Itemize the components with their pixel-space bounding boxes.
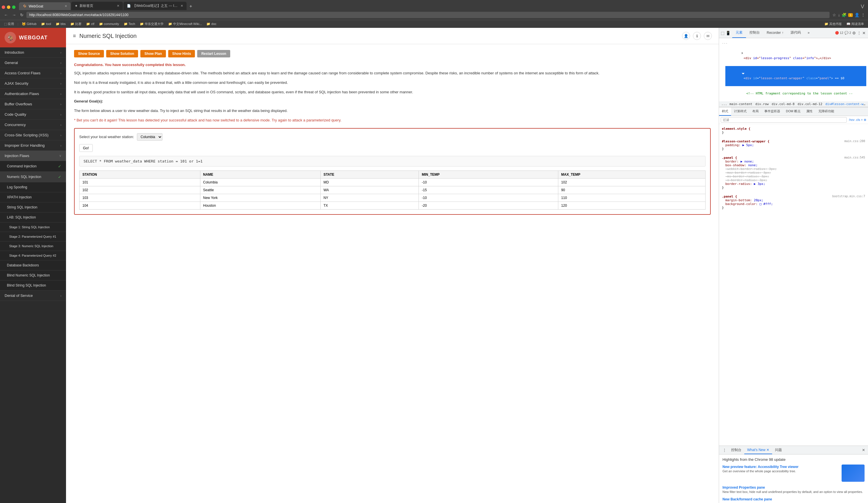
sidebar-item-codequality[interactable]: Code Quality › bbox=[0, 110, 66, 120]
bottom-close-icon[interactable]: ✕ bbox=[861, 447, 866, 453]
sidebar-item-log-spoofing[interactable]: Log Spoofing bbox=[0, 182, 66, 192]
bookmark-icon[interactable]: ☆ bbox=[833, 13, 836, 17]
devtools-tab-more[interactable]: » bbox=[804, 28, 813, 38]
extensions-icon[interactable]: 🧩 bbox=[841, 13, 847, 17]
sidebar-item-numeric-sql[interactable]: Numeric SQL Injection ✓ bbox=[0, 172, 66, 182]
tab-close-newtab[interactable]: ✕ bbox=[117, 4, 120, 8]
bottom-tab-issues[interactable]: 问题 bbox=[772, 446, 785, 454]
whatsnew-close-icon[interactable]: ✕ bbox=[766, 448, 769, 452]
tab-webgoat[interactable]: 🐐 WebGoat ✕ bbox=[19, 2, 71, 10]
address-bar[interactable] bbox=[27, 12, 829, 18]
styles-tab-styles[interactable]: 样式 bbox=[719, 107, 731, 116]
sidebar-item-stage4[interactable]: Stage 4: Parameterized Query #2 bbox=[0, 251, 66, 260]
sidebar-item-stage2[interactable]: Stage 2: Parameterized Query #1 bbox=[0, 232, 66, 242]
weather-station-select[interactable]: Columbia Seattle New York Houston bbox=[137, 133, 163, 141]
window-maximize-button[interactable] bbox=[12, 6, 16, 9]
sidebar-item-blind-numeric[interactable]: Blind Numeric SQL Injection bbox=[0, 270, 66, 280]
sidebar-item-auth[interactable]: Authentication Flaws › bbox=[0, 89, 66, 99]
bookmark-apps[interactable]: ⬚ 应用 bbox=[3, 21, 15, 27]
sidebar-item-access-control[interactable]: Access Control Flaws › bbox=[0, 68, 66, 79]
devtools-settings-icon[interactable]: ⚙ bbox=[852, 31, 856, 35]
devtools-close-icon[interactable]: ✕ bbox=[862, 31, 866, 35]
sidebar-item-lab-sql[interactable]: LAB: SQL Injection bbox=[0, 213, 66, 223]
sidebar-item-injection-flaws[interactable]: Injection Flaws ∨ bbox=[0, 151, 66, 161]
restart-lesson-button[interactable]: Restart Lesson bbox=[197, 50, 230, 58]
html-line-lesson-progress[interactable]: <div id="lesson-progress" class="info">…… bbox=[725, 46, 866, 66]
sidebar-item-buffer[interactable]: Buffer Overflows › bbox=[0, 99, 66, 110]
profile-icon[interactable]: 👤 bbox=[855, 13, 859, 17]
user-icon[interactable]: 👤 bbox=[682, 32, 690, 40]
sidebar-item-stage1[interactable]: Stage 1: String SQL Injection bbox=[0, 223, 66, 232]
inspect-element-icon[interactable]: ⬚ bbox=[721, 31, 724, 35]
window-minimize-button[interactable] bbox=[7, 6, 10, 9]
styles-tab-layout[interactable]: 布局 bbox=[750, 107, 762, 116]
new-tab-button[interactable]: + bbox=[187, 3, 194, 10]
sidebar-item-stage3[interactable]: Stage 3: Numeric SQL Injection bbox=[0, 242, 66, 251]
styles-tab-properties[interactable]: 属性 bbox=[803, 107, 816, 116]
tab-newtab[interactable]: ✦ 新标签页 ✕ bbox=[71, 2, 123, 10]
breadcrumb-lesson-wrapper[interactable]: div#lesson-content-wrapper.panel bbox=[825, 102, 868, 106]
show-solution-button[interactable]: Show Solution bbox=[106, 50, 138, 58]
bookmark-university[interactable]: 📁 华东交通大学 bbox=[138, 21, 165, 27]
download-icon[interactable]: ↓ bbox=[838, 13, 840, 17]
devtools-tab-elements[interactable]: 元素 bbox=[732, 28, 746, 38]
tab-notes[interactable]: 📄 【WebGoat笔记】之五 --- Injec... ✕ bbox=[123, 2, 187, 10]
show-source-button[interactable]: Show Source bbox=[74, 50, 104, 58]
whats-new-link-3[interactable]: New Back/forward cache pane bbox=[723, 497, 772, 501]
bookmark-tech[interactable]: 📁 Tech bbox=[123, 21, 136, 27]
bookmark-ctf[interactable]: 📁 ctf bbox=[85, 21, 96, 27]
window-close-button[interactable] bbox=[2, 6, 5, 9]
sidebar-item-error-handling[interactable]: Improper Error Handling › bbox=[0, 141, 66, 151]
breadcrumb-main-content[interactable]: main-content bbox=[730, 102, 752, 106]
devtools-more-icon[interactable]: ⋮ bbox=[857, 31, 861, 35]
bookmark-minecraft[interactable]: 📁 中文Minecraft Wiki... bbox=[167, 21, 203, 27]
tab-close-webgoat[interactable]: ✕ bbox=[65, 4, 67, 8]
devtools-tab-source[interactable]: 源代码 bbox=[787, 28, 804, 38]
bottom-tab-whatsnew[interactable]: What's New ✕ bbox=[744, 446, 772, 454]
breadcrumb-col-md-8[interactable]: div.col-md-8 bbox=[772, 102, 795, 106]
sidebar-item-blind-string[interactable]: Blind String SQL Injection bbox=[0, 280, 66, 290]
styles-tab-dom-breakpoints[interactable]: DOM 断点 bbox=[783, 107, 803, 116]
sidebar-item-xss[interactable]: Cross-Site Scripting (XSS) › bbox=[0, 130, 66, 141]
sidebar-item-db-backdoors[interactable]: Database Backdoors bbox=[0, 260, 66, 270]
devtools-hov-cls[interactable]: :hov .cls + ⊕ bbox=[848, 118, 866, 122]
whats-new-link-2[interactable]: Improved Properties pane bbox=[723, 485, 765, 490]
sidebar-item-introduction[interactable]: Introduction › bbox=[0, 48, 66, 58]
bookmark-contest[interactable]: 📁 比赛 bbox=[69, 21, 83, 27]
breadcrumb-col-md-12[interactable]: div.col-md-12 bbox=[798, 102, 823, 106]
bookmark-community[interactable]: 📁 community bbox=[98, 21, 120, 27]
devtools-filter-input[interactable] bbox=[721, 117, 847, 123]
styles-tab-computed[interactable]: 计算样式 bbox=[731, 107, 750, 116]
whats-new-link-1[interactable]: New preview feature: Accessibility Tree … bbox=[723, 465, 798, 469]
html-line-lesson-content-wrapper[interactable]: <div id="lesson-content-wrapper" class="… bbox=[725, 66, 866, 86]
bookmark-reading[interactable]: 📖 阅读清单 bbox=[845, 21, 865, 27]
sidebar-item-dos[interactable]: Denial of Service › bbox=[0, 290, 66, 301]
bookmark-other[interactable]: 📁 其他书签 bbox=[823, 21, 843, 27]
email-icon[interactable]: ✉ bbox=[704, 32, 712, 40]
breadcrumb-div-row[interactable]: div.row bbox=[755, 102, 769, 106]
sidebar-item-xpath[interactable]: XPATH Injection bbox=[0, 192, 66, 203]
bookmark-github[interactable]: 🐱 GitHub bbox=[21, 21, 38, 27]
reload-button[interactable]: ↻ bbox=[19, 12, 25, 18]
sidebar-item-ajax[interactable]: AJAX Security › bbox=[0, 79, 66, 89]
bottom-tab-console[interactable]: 控制台 bbox=[728, 446, 744, 454]
bottom-panel-icon[interactable]: ⋮ bbox=[721, 447, 728, 454]
tab-close-notes[interactable]: ✕ bbox=[180, 4, 183, 8]
forward-button[interactable]: → bbox=[11, 12, 17, 18]
devtools-tab-recorder[interactable]: Recorder ↑ bbox=[763, 28, 787, 38]
device-mode-icon[interactable]: 📱 bbox=[726, 31, 731, 35]
back-button[interactable]: ← bbox=[3, 12, 9, 18]
bookmark-tool[interactable]: 📁 tool bbox=[40, 21, 52, 27]
bookmark-doc[interactable]: 📁 doc bbox=[205, 21, 218, 27]
devtools-tab-console[interactable]: 控制台 bbox=[746, 28, 763, 38]
go-button[interactable]: Go! bbox=[79, 144, 93, 152]
browser-menu-button[interactable]: ⋁ bbox=[858, 3, 866, 10]
bookmark-bbs[interactable]: 📁 bbs bbox=[54, 21, 67, 27]
show-hints-button[interactable]: Show Hints bbox=[168, 50, 195, 58]
sidebar-item-concurrency[interactable]: Concurrency › bbox=[0, 120, 66, 130]
sidebar-item-string-sql[interactable]: String SQL Injection bbox=[0, 203, 66, 213]
sidebar-item-general[interactable]: General › bbox=[0, 58, 66, 68]
info-icon[interactable]: ℹ bbox=[693, 32, 701, 40]
styles-tab-accessibility[interactable]: 无障碍功能 bbox=[816, 107, 837, 116]
styles-tab-events[interactable]: 事件监听器 bbox=[762, 107, 783, 116]
